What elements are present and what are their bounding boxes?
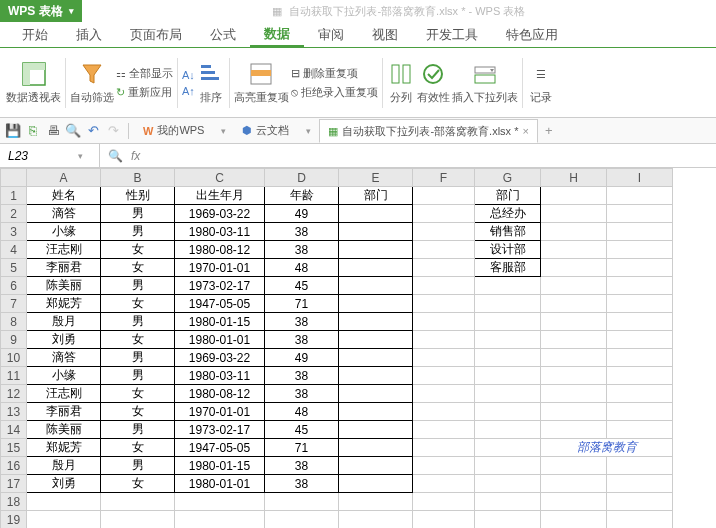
cell[interactable]: 性别 <box>101 187 175 205</box>
cell[interactable] <box>541 367 607 385</box>
cell[interactable]: 48 <box>265 403 339 421</box>
cell[interactable]: 郑妮芳 <box>27 439 101 457</box>
cell[interactable]: 部门 <box>339 187 413 205</box>
cell[interactable]: 陈美丽 <box>27 277 101 295</box>
cell[interactable] <box>339 295 413 313</box>
cell[interactable] <box>541 421 607 439</box>
cell[interactable]: 49 <box>265 349 339 367</box>
chevron-down-icon[interactable]: ▾ <box>214 122 232 140</box>
undo-icon[interactable]: ↶ <box>84 122 102 140</box>
menu-view[interactable]: 视图 <box>358 22 412 47</box>
cell[interactable] <box>339 439 413 457</box>
save-icon[interactable]: 💾 <box>4 122 22 140</box>
cell[interactable] <box>265 511 339 529</box>
cell[interactable] <box>541 403 607 421</box>
cell[interactable] <box>541 457 607 475</box>
cell[interactable] <box>541 241 607 259</box>
row-header-19[interactable]: 19 <box>1 511 27 529</box>
highlight-dup-button[interactable]: 高亮重复项 <box>234 60 289 105</box>
cell[interactable]: 郑妮芳 <box>27 295 101 313</box>
cell[interactable] <box>413 403 475 421</box>
cell[interactable]: 滴答 <box>27 349 101 367</box>
cell[interactable] <box>475 475 541 493</box>
showall-button[interactable]: ⚏全部显示 <box>116 65 173 82</box>
cell[interactable]: 滴答 <box>27 205 101 223</box>
cell[interactable] <box>413 205 475 223</box>
record-button[interactable]: ☰ 记录 <box>527 60 555 105</box>
cell[interactable] <box>607 493 673 511</box>
cell[interactable] <box>339 493 413 511</box>
cell[interactable]: 男 <box>101 277 175 295</box>
row-header-10[interactable]: 10 <box>1 349 27 367</box>
cell[interactable]: 1973-02-17 <box>175 421 265 439</box>
cell[interactable]: 殷月 <box>27 457 101 475</box>
cell[interactable] <box>413 349 475 367</box>
cell[interactable]: 38 <box>265 313 339 331</box>
cell[interactable] <box>265 493 339 511</box>
cell[interactable]: 销售部 <box>475 223 541 241</box>
col-header-B[interactable]: B <box>101 169 175 187</box>
cell[interactable] <box>339 223 413 241</box>
cell[interactable] <box>475 493 541 511</box>
cell[interactable] <box>541 205 607 223</box>
spreadsheet-grid[interactable]: ABCDEFGHI1姓名性别出生年月年龄部门部门2滴答男1969-03-2249… <box>0 168 716 528</box>
cell[interactable] <box>607 385 673 403</box>
row-header-9[interactable]: 9 <box>1 331 27 349</box>
cell[interactable]: 男 <box>101 367 175 385</box>
cell[interactable] <box>413 223 475 241</box>
close-icon[interactable]: × <box>522 125 528 137</box>
cell[interactable] <box>175 511 265 529</box>
cell[interactable] <box>339 457 413 475</box>
menu-insert[interactable]: 插入 <box>62 22 116 47</box>
cell[interactable]: 设计部 <box>475 241 541 259</box>
tab-document[interactable]: ▦ 自动获取下拉列表-部落窝教育.xlsx * × <box>319 119 537 143</box>
menu-devtools[interactable]: 开发工具 <box>412 22 492 47</box>
reapply-button[interactable]: ↻重新应用 <box>116 84 173 101</box>
cell[interactable] <box>475 349 541 367</box>
cell[interactable]: 部门 <box>475 187 541 205</box>
menu-data[interactable]: 数据 <box>250 22 304 47</box>
cell[interactable] <box>541 259 607 277</box>
cell[interactable]: 男 <box>101 349 175 367</box>
menu-special[interactable]: 特色应用 <box>492 22 572 47</box>
autofilter-button[interactable]: 自动筛选 <box>70 60 114 105</box>
cell[interactable] <box>339 205 413 223</box>
cell[interactable] <box>607 403 673 421</box>
cell[interactable] <box>607 349 673 367</box>
insert-dropdown-button[interactable]: 插入下拉列表 <box>452 60 518 105</box>
cell[interactable] <box>413 295 475 313</box>
cell[interactable] <box>541 475 607 493</box>
chevron-down-icon[interactable]: ▾ <box>78 151 83 161</box>
pivot-table-button[interactable]: 数据透视表 <box>6 60 61 105</box>
cell[interactable] <box>475 457 541 475</box>
cell[interactable]: 38 <box>265 331 339 349</box>
row-header-12[interactable]: 12 <box>1 385 27 403</box>
col-header-D[interactable]: D <box>265 169 339 187</box>
cell[interactable] <box>607 457 673 475</box>
cell[interactable] <box>541 493 607 511</box>
row-header-5[interactable]: 5 <box>1 259 27 277</box>
cell[interactable] <box>475 367 541 385</box>
cell[interactable]: 38 <box>265 241 339 259</box>
cell[interactable]: 1969-03-22 <box>175 349 265 367</box>
row-header-7[interactable]: 7 <box>1 295 27 313</box>
cell[interactable] <box>339 367 413 385</box>
cell[interactable] <box>475 277 541 295</box>
menu-pagelayout[interactable]: 页面布局 <box>116 22 196 47</box>
cell[interactable]: 男 <box>101 223 175 241</box>
row-header-16[interactable]: 16 <box>1 457 27 475</box>
cell[interactable] <box>339 475 413 493</box>
cell[interactable]: 女 <box>101 475 175 493</box>
cell[interactable] <box>607 205 673 223</box>
search-icon[interactable]: 🔍 <box>108 149 123 163</box>
cell[interactable] <box>339 403 413 421</box>
cell[interactable]: 男 <box>101 457 175 475</box>
cell[interactable] <box>339 241 413 259</box>
split-button[interactable]: 分列 <box>387 60 415 105</box>
col-header-E[interactable]: E <box>339 169 413 187</box>
redo-icon[interactable]: ↷ <box>104 122 122 140</box>
cell[interactable] <box>413 511 475 529</box>
cell[interactable] <box>413 493 475 511</box>
cell[interactable]: 女 <box>101 403 175 421</box>
cell[interactable]: 小缘 <box>27 367 101 385</box>
